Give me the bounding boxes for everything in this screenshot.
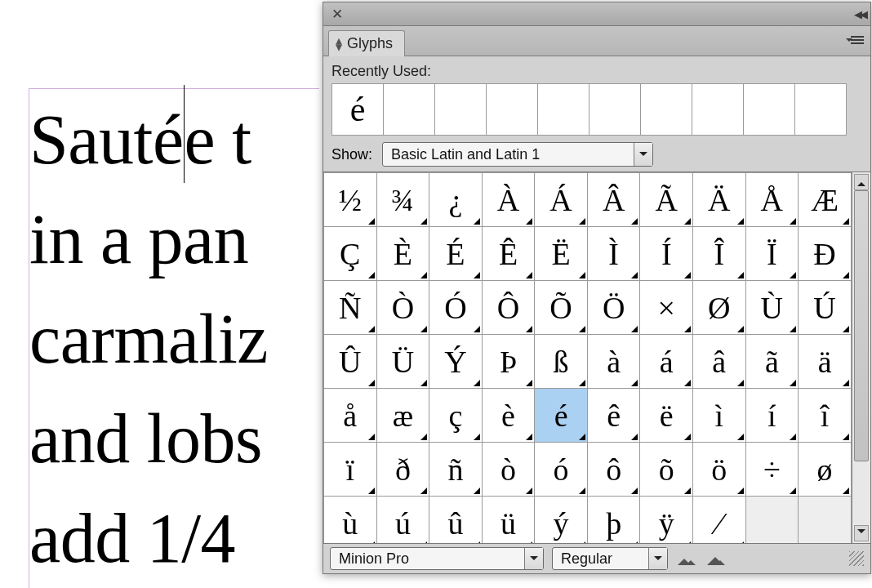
glyph-cell[interactable]: Ð xyxy=(799,227,852,281)
glyph-cell[interactable]: ü xyxy=(482,497,535,544)
scroll-down-button[interactable] xyxy=(854,525,869,541)
glyph-cell[interactable]: Ä xyxy=(693,173,746,227)
glyph-cell[interactable]: å xyxy=(324,389,377,443)
glyph-cell[interactable]: ø xyxy=(799,443,852,497)
glyph-cell[interactable]: ù xyxy=(324,497,377,544)
glyph-cell[interactable]: Þ xyxy=(482,335,535,389)
glyph-cell[interactable]: ï xyxy=(324,443,377,497)
recent-glyph-cell[interactable]: é xyxy=(331,83,384,136)
glyph-cell[interactable]: Ø xyxy=(693,281,746,335)
glyphs-panel: ✕ ◀◀ ▴▾ Glyphs Recently Used: é Show: Ba… xyxy=(323,2,871,574)
glyph-cell[interactable]: Ý xyxy=(429,335,483,389)
glyph-cell[interactable]: ¾ xyxy=(376,173,429,227)
recent-glyph-cell[interactable] xyxy=(794,83,847,136)
font-dropdown[interactable]: Minion Pro xyxy=(330,547,544,570)
glyph-cell[interactable]: × xyxy=(640,281,693,335)
glyph-cell[interactable] xyxy=(799,497,852,544)
glyph-cell[interactable]: ë xyxy=(640,389,693,443)
resize-handle[interactable] xyxy=(849,551,864,566)
glyph-cell[interactable]: Á xyxy=(535,173,588,227)
recent-glyph-cell[interactable] xyxy=(486,83,538,136)
text-frame[interactable]: Sautée t in a pan carmaliz and lobs add … xyxy=(29,88,319,588)
glyph-cell[interactable]: ô xyxy=(587,443,640,497)
glyph-cell[interactable]: Ó xyxy=(429,281,483,335)
vertical-scrollbar[interactable] xyxy=(852,172,870,543)
glyph-cell[interactable]: è xyxy=(482,389,535,443)
glyph-grid-wrap: ½¾¿ÀÁÂÃÄÅÆÇÈÉÊËÌÍÎÏÐÑÒÓÔÕÖ×ØÙÚÛÜÝÞßàáâãä… xyxy=(323,172,870,544)
glyph-cell[interactable]: Õ xyxy=(535,281,588,335)
zoom-in-icon[interactable] xyxy=(707,552,728,565)
glyph-cell[interactable]: Ò xyxy=(376,281,429,335)
show-dropdown[interactable]: Basic Latin and Latin 1 xyxy=(382,142,653,167)
glyph-cell[interactable]: Ì xyxy=(587,227,640,281)
recent-glyph-cell[interactable] xyxy=(640,83,692,136)
glyph-cell[interactable]: Ë xyxy=(535,227,588,281)
glyph-cell[interactable]: Û xyxy=(324,335,377,389)
glyph-cell[interactable]: Î xyxy=(693,227,746,281)
glyph-cell[interactable]: Å xyxy=(745,173,799,227)
glyph-cell[interactable]: Æ xyxy=(799,173,852,227)
glyph-cell[interactable]: ½ xyxy=(324,173,377,227)
glyph-cell[interactable]: Â xyxy=(587,173,640,227)
glyph-cell[interactable]: ñ xyxy=(429,443,483,497)
glyph-cell[interactable]: ÿ xyxy=(640,497,693,544)
recent-glyph-cell[interactable] xyxy=(743,83,795,136)
glyph-cell[interactable]: õ xyxy=(640,443,693,497)
recent-glyph-cell[interactable] xyxy=(589,83,641,136)
glyph-cell[interactable]: þ xyxy=(587,497,640,544)
zoom-out-icon[interactable] xyxy=(678,552,699,565)
glyph-cell[interactable]: ð xyxy=(376,443,429,497)
collapse-icon[interactable]: ◀◀ xyxy=(854,8,865,20)
glyph-cell[interactable]: ó xyxy=(535,443,588,497)
glyph-cell[interactable]: Ö xyxy=(587,281,640,335)
glyph-cell[interactable]: ê xyxy=(587,389,640,443)
tab-label: Glyphs xyxy=(347,35,393,52)
glyph-cell[interactable]: â xyxy=(693,335,746,389)
glyph-cell[interactable]: ä xyxy=(799,335,852,389)
glyph-cell[interactable]: ÷ xyxy=(745,443,799,497)
panel-titlebar[interactable]: ✕ ◀◀ xyxy=(323,2,870,26)
glyph-cell[interactable]: ã xyxy=(745,335,799,389)
glyph-cell[interactable]: é xyxy=(535,389,588,443)
glyph-cell[interactable]: Ô xyxy=(482,281,535,335)
glyph-cell[interactable]: Ü xyxy=(376,335,429,389)
glyph-cell[interactable]: ç xyxy=(429,389,483,443)
glyph-cell[interactable]: È xyxy=(376,227,429,281)
glyph-cell[interactable]: ý xyxy=(535,497,588,544)
glyph-cell[interactable]: æ xyxy=(376,389,429,443)
glyph-cell[interactable]: ¿ xyxy=(429,173,483,227)
glyph-cell[interactable]: Ù xyxy=(745,281,799,335)
glyph-cell[interactable]: À xyxy=(482,173,535,227)
glyph-cell[interactable]: î xyxy=(799,389,852,443)
recent-glyph-cell[interactable] xyxy=(692,83,744,136)
glyph-cell[interactable]: ú xyxy=(376,497,429,544)
glyph-cell[interactable]: Ç xyxy=(324,227,377,281)
glyph-cell[interactable]: í xyxy=(745,389,799,443)
glyph-cell[interactable]: Í xyxy=(640,227,693,281)
glyph-cell[interactable]: û xyxy=(429,497,483,544)
glyph-cell[interactable]: Ñ xyxy=(324,281,377,335)
glyph-cell[interactable]: ö xyxy=(693,443,746,497)
glyph-cell[interactable]: ì xyxy=(693,389,746,443)
tab-glyphs[interactable]: ▴▾ Glyphs xyxy=(328,30,405,56)
glyph-cell[interactable]: ò xyxy=(482,443,535,497)
glyph-cell[interactable] xyxy=(745,497,799,544)
glyph-cell[interactable]: à xyxy=(587,335,640,389)
glyph-cell[interactable]: á xyxy=(640,335,693,389)
recent-glyph-cell[interactable] xyxy=(537,83,589,136)
glyph-cell[interactable]: Ï xyxy=(745,227,799,281)
glyph-cell[interactable]: Ú xyxy=(799,281,852,335)
glyph-cell[interactable]: Ê xyxy=(482,227,535,281)
recent-glyph-cell[interactable] xyxy=(383,83,435,136)
scroll-up-button[interactable] xyxy=(854,174,869,190)
close-icon[interactable]: ✕ xyxy=(328,6,346,23)
text-caret xyxy=(184,85,185,183)
recent-glyph-cell[interactable] xyxy=(434,83,487,136)
glyph-cell[interactable]: É xyxy=(429,227,483,281)
style-dropdown[interactable]: Regular xyxy=(552,547,668,570)
glyph-cell[interactable]: ⁄ xyxy=(693,497,746,544)
glyph-cell[interactable]: Ã xyxy=(640,173,693,227)
panel-menu-button[interactable] xyxy=(846,36,864,56)
glyph-cell[interactable]: ß xyxy=(535,335,588,389)
scroll-thumb[interactable] xyxy=(854,190,869,461)
